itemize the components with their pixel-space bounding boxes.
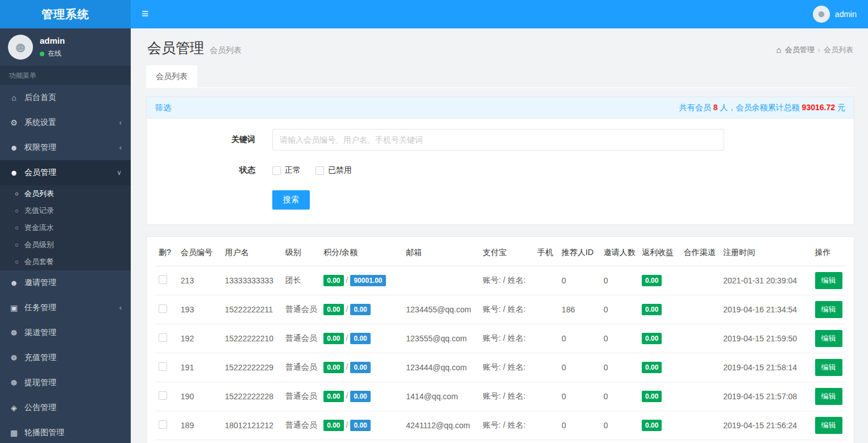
- circle-icon: ○: [15, 224, 19, 231]
- breadcrumb-section[interactable]: 会员管理: [785, 45, 815, 55]
- points-badge: 0.00: [323, 362, 343, 373]
- sidebar-item-withdraw[interactable]: ☸ 提现管理: [0, 370, 131, 395]
- edit-button[interactable]: 编辑: [815, 359, 842, 376]
- tab-member-list[interactable]: 会员列表: [146, 65, 197, 87]
- filter-form: 关键词 状态 正常 已禁用 搜: [147, 119, 854, 224]
- cell-level: 普通会员: [282, 295, 320, 324]
- filter-title[interactable]: 筛选: [155, 103, 171, 113]
- cell-username: 15222222210: [221, 324, 281, 353]
- menu-toggle-icon[interactable]: ≡: [131, 0, 159, 28]
- sidebar-item-task[interactable]: ▣ 任务管理 ‹: [0, 295, 131, 320]
- column-header: 返利收益: [638, 240, 680, 266]
- profile-name: admin: [40, 36, 65, 45]
- table-row: 213 13333333333 团长 0.00/90001.00 账号: / 姓…: [155, 266, 845, 295]
- status-label: 状态: [147, 165, 255, 175]
- sidebar-item-label: 公告管理: [24, 403, 56, 413]
- sidebar-item-invite[interactable]: ☻ 邀请管理: [0, 270, 131, 295]
- cell-rebate: 0.00: [638, 295, 680, 324]
- cell-invite-count: 0: [600, 382, 638, 411]
- member-stats: 共有会员8人，会员余额累计总额93016.72元: [679, 103, 845, 113]
- sidebar-item-carousel[interactable]: ▦ 轮播图管理: [0, 420, 131, 443]
- sidebar-item-recharge[interactable]: ☸ 充值管理: [0, 345, 131, 370]
- cell-level: 普通会员: [282, 324, 320, 353]
- points-balance-separator: /: [346, 362, 348, 371]
- row-checkbox[interactable]: [159, 362, 167, 371]
- cell-username: 13333333333: [221, 266, 281, 295]
- points-balance-separator: /: [346, 391, 348, 400]
- status-option-disabled[interactable]: 已禁用: [315, 165, 352, 175]
- cell-rebate: 0.00: [638, 353, 680, 382]
- announcement-icon: ◈: [9, 403, 19, 412]
- topbar-user-menu[interactable]: ☻ admin: [801, 0, 868, 28]
- cell-phone: [534, 353, 558, 382]
- column-header: 积分/余额: [320, 240, 402, 266]
- cell-invite-count: 0: [600, 411, 638, 440]
- column-header: 合作渠道: [680, 240, 720, 266]
- cell-channel: [680, 353, 720, 382]
- member-count: 8: [713, 103, 718, 112]
- column-header: 注册时间: [720, 240, 811, 266]
- cell-reg-time: 2019-04-15 21:58:14: [720, 353, 811, 382]
- cell-invite-count: 0: [600, 353, 638, 382]
- submenu-item-label: 资金流水: [24, 223, 54, 233]
- cell-member-id: 190: [177, 382, 222, 411]
- submenu-item-label: 充值记录: [24, 206, 54, 216]
- row-checkbox[interactable]: [159, 333, 167, 342]
- edit-button[interactable]: 编辑: [815, 272, 842, 289]
- table-header-row: 删?会员编号用户名级别积分/余额邮箱支付宝手机推荐人ID邀请人数返利收益合作渠道…: [155, 240, 845, 266]
- cell-member-id: 188: [177, 440, 222, 443]
- user-avatar-icon: ☻: [813, 6, 830, 23]
- cell-level: 普通会员: [282, 411, 320, 440]
- edit-button[interactable]: 编辑: [815, 330, 842, 347]
- carousel-icon: ▦: [9, 428, 19, 437]
- sidebar-item-permission[interactable]: ☻ 权限管理 ‹: [0, 135, 131, 160]
- edit-button[interactable]: 编辑: [815, 417, 842, 434]
- cell-points-balance: 0.00/0.00: [320, 440, 402, 443]
- sidebar-item-member[interactable]: ☻ 会员管理 ∨: [0, 160, 131, 185]
- table-row: 190 15222222228 普通会员 0.00/0.00 1414@qq.c…: [155, 382, 845, 411]
- cell-member-id: 189: [177, 411, 222, 440]
- keyword-input[interactable]: [272, 129, 724, 151]
- submenu-item-member-level[interactable]: ○ 会员级别: [0, 236, 131, 253]
- keyword-label: 关键词: [147, 135, 255, 145]
- search-button[interactable]: 搜索: [272, 190, 310, 210]
- cell-points-balance: 0.00/0.00: [320, 324, 402, 353]
- submenu-item-fund-flow[interactable]: ○ 资金流水: [0, 219, 131, 236]
- cell-rebate: 0.00: [638, 324, 680, 353]
- profile-status-label: 在线: [48, 49, 61, 58]
- submenu-item-member-list[interactable]: ○ 会员列表: [0, 185, 131, 202]
- cell-alipay: 账号: / 姓名:: [479, 440, 534, 443]
- cell-points-balance: 0.00/90001.00: [320, 266, 402, 295]
- gear-icon: ⚙: [9, 118, 19, 127]
- globe-icon: ☸: [9, 328, 19, 337]
- sidebar-item-home[interactable]: ⌂ 后台首页: [0, 85, 131, 110]
- sidebar-item-channel[interactable]: ☸ 渠道管理: [0, 320, 131, 345]
- topbar: 管理系统 ≡ ☻ admin: [0, 0, 868, 28]
- cell-points-balance: 0.00/0.00: [320, 353, 402, 382]
- status-disabled-checkbox[interactable]: [315, 166, 324, 175]
- status-option-normal[interactable]: 正常: [272, 165, 301, 175]
- cell-action: 编辑: [812, 324, 845, 353]
- cell-reg-time: 2019-04-16 21:34:54: [720, 295, 811, 324]
- edit-button[interactable]: 编辑: [815, 301, 842, 318]
- edit-button[interactable]: 编辑: [815, 388, 842, 405]
- row-checkbox[interactable]: [159, 304, 167, 313]
- sidebar-item-announcement[interactable]: ◈ 公告管理: [0, 395, 131, 420]
- cell-channel: [680, 440, 720, 443]
- column-header: 删?: [155, 240, 177, 266]
- row-checkbox[interactable]: [159, 391, 167, 400]
- status-normal-checkbox[interactable]: [272, 166, 281, 175]
- table-row: 189 18012121212 普通会员 0.00/0.00 4241112@q…: [155, 411, 845, 440]
- cell-action: 编辑: [812, 411, 845, 440]
- row-checkbox[interactable]: [159, 275, 167, 284]
- balance-badge: 0.00: [350, 362, 370, 373]
- page-header: 会员管理 会员列表 ⌂ 会员管理 › 会员列表: [146, 35, 854, 65]
- circle-icon: ○: [15, 190, 19, 197]
- row-checkbox[interactable]: [159, 420, 167, 429]
- sidebar-item-system-settings[interactable]: ⚙ 系统设置 ‹: [0, 110, 131, 135]
- submenu-item-member-package[interactable]: ○ 会员套餐: [0, 253, 131, 270]
- submenu-item-recharge-records[interactable]: ○ 充值记录: [0, 202, 131, 219]
- filter-card: 筛选 共有会员8人，会员余额累计总额93016.72元 关键词 状态 正常: [146, 97, 854, 225]
- stats-middle: 人，会员余额累计总额: [720, 103, 800, 112]
- cell-referrer-id: 0: [558, 440, 600, 443]
